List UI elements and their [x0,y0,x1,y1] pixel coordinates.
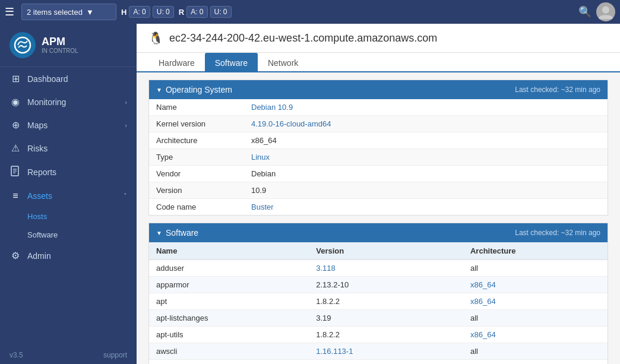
host-icon: 🐧 [148,31,163,45]
sw-last-checked: Last checked: ~32 min ago [515,229,600,237]
sidebar-item-label: Risks [27,144,127,153]
sw-cell-arch: x86_64 [463,277,608,293]
topbar: ☰ 2 items selected ▼ H A: 0 U: 0 R A: 0 … [0,0,620,24]
sw-cell-arch: all [463,260,608,277]
sw-cell-version: 1.8.2.2 [309,327,463,343]
table-row: awscli1.16.113-1all [149,343,608,360]
tab-network[interactable]: Network [258,53,308,72]
sidebar-item-label: Admin [27,251,127,261]
tabs-bar: Hardware Software Network [137,53,620,72]
os-field-key: Architecture [156,136,251,145]
sw-col-arch: Architecture [463,242,608,260]
sidebar-subitem-hosts[interactable]: Hosts [0,207,137,226]
chevron-right-icon: › [125,122,127,129]
table-row: apparmor2.13.2-10x86_64 [149,277,608,293]
items-selector[interactable]: 2 items selected ▼ [21,4,116,20]
user-avatar[interactable] [596,2,615,21]
reports-icon [10,166,21,179]
software-table: Name Version Architecture adduser3.118al… [149,242,608,364]
table-row: base-files10.3+deb10u9x86_64 [149,360,608,365]
os-field-value: Linux [251,153,270,162]
sw-collapse-icon[interactable]: ▼ [156,230,162,236]
host-header: 🐧 ec2-34-244-200-42.eu-west-1.compute.am… [137,24,620,53]
chevron-right-icon: › [125,99,127,106]
selector-text: 2 items selected [27,8,83,17]
os-field-key: Version [156,186,251,195]
sidebar-subitem-software[interactable]: Software [0,226,137,244]
admin-icon: ⚙ [10,250,21,261]
main-scroll-content[interactable]: ▼ Operating System Last checked: ~32 min… [137,72,620,364]
os-field-value: 10.9 [251,186,266,195]
dashboard-icon: ⊞ [10,73,21,84]
sw-section-header: ▼ Software Last checked: ~32 min ago [149,223,608,242]
h-letter: H [121,8,126,17]
r-u-badge[interactable]: U: 0 [210,6,232,18]
os-field-key: Type [156,153,251,162]
sidebar-item-assets[interactable]: ≡ Assets ˅ [0,185,137,207]
svg-point-0 [602,6,609,13]
os-field-value: 4.19.0-16-cloud-amd64 [251,119,331,128]
sidebar: APM IN CONTROL ⊞ Dashboard ◉ Monitoring … [0,24,137,364]
sw-cell-arch: x86_64 [463,360,608,365]
sidebar-item-label: Assets [27,191,118,201]
sidebar-item-monitoring[interactable]: ◉ Monitoring › [0,90,137,113]
sw-cell-name: base-files [149,360,309,365]
os-collapse-icon[interactable]: ▼ [156,87,162,93]
tab-hardware[interactable]: Hardware [148,53,205,72]
sw-cell-version: 3.19 [309,310,463,327]
h-badge-group: H A: 0 U: 0 [121,6,174,18]
sidebar-logo: APM IN CONTROL [0,24,137,67]
sidebar-item-label: Dashboard [27,74,127,84]
os-field-key: Vendor [156,169,251,178]
risks-icon: ⚠ [10,143,21,154]
sw-cell-arch: all [463,343,608,360]
sw-cell-version: 3.118 [309,260,463,277]
sw-cell-arch: x86_64 [463,293,608,310]
sw-section: ▼ Software Last checked: ~32 min ago Nam… [148,223,608,364]
sw-cell-version: 1.8.2.2 [309,293,463,310]
table-row: apt-utils1.8.2.2x86_64 [149,327,608,343]
os-field-key: Name [156,103,251,112]
content-area: 🐧 ec2-34-244-200-42.eu-west-1.compute.am… [137,24,620,364]
h-a-badge[interactable]: A: 0 [129,6,150,18]
os-field-key: Kernel version [156,119,251,128]
main-layout: APM IN CONTROL ⊞ Dashboard ◉ Monitoring … [0,24,620,364]
os-last-checked: Last checked: ~32 min ago [515,86,600,94]
table-row: adduser3.118all [149,260,608,277]
search-icon[interactable]: 🔍 [578,5,591,18]
os-field-value: Debian [251,169,276,178]
sw-cell-name: awscli [149,343,309,360]
sidebar-item-maps[interactable]: ⊕ Maps › [0,113,137,137]
sidebar-item-risks[interactable]: ⚠ Risks [0,137,137,160]
support-link[interactable]: support [103,351,127,359]
sw-col-name: Name [149,242,309,260]
monitoring-icon: ◉ [10,96,21,107]
sidebar-subitem-label: Software [27,230,58,239]
tab-software[interactable]: Software [205,53,258,72]
sidebar-footer: v3.5 support [0,346,137,364]
sidebar-item-reports[interactable]: Reports [0,160,137,185]
sidebar-item-label: Monitoring [27,97,119,107]
logo-icon [10,32,36,58]
sw-cell-version: 2.13.2-10 [309,277,463,293]
table-row: Kernel version 4.19.0-16-cloud-amd64 [149,116,608,132]
table-row: Version 10.9 [149,182,608,199]
os-table: Name Debian 10.9 Kernel version 4.19.0-1… [149,99,608,215]
table-row: Name Debian 10.9 [149,99,608,116]
chevron-down-icon: ˅ [124,192,127,200]
menu-icon[interactable]: ☰ [5,5,14,18]
os-field-key: Code name [156,202,251,211]
r-badge-group: R A: 0 U: 0 [179,6,232,18]
version-text: v3.5 [10,351,23,359]
sw-cell-name: apt-listchanges [149,310,309,327]
os-section-title: Operating System [166,85,232,94]
h-u-badge[interactable]: U: 0 [153,6,174,18]
logo-subtext: IN CONTROL [42,48,78,54]
sidebar-item-admin[interactable]: ⚙ Admin [0,244,137,267]
table-row: Type Linux [149,149,608,166]
host-title: ec2-34-244-200-42.eu-west-1.compute.amaz… [169,32,437,45]
r-a-badge[interactable]: A: 0 [186,6,207,18]
sw-cell-version: 1.16.113-1 [309,343,463,360]
sidebar-item-dashboard[interactable]: ⊞ Dashboard [0,67,137,90]
sidebar-item-label: Maps [27,121,119,130]
